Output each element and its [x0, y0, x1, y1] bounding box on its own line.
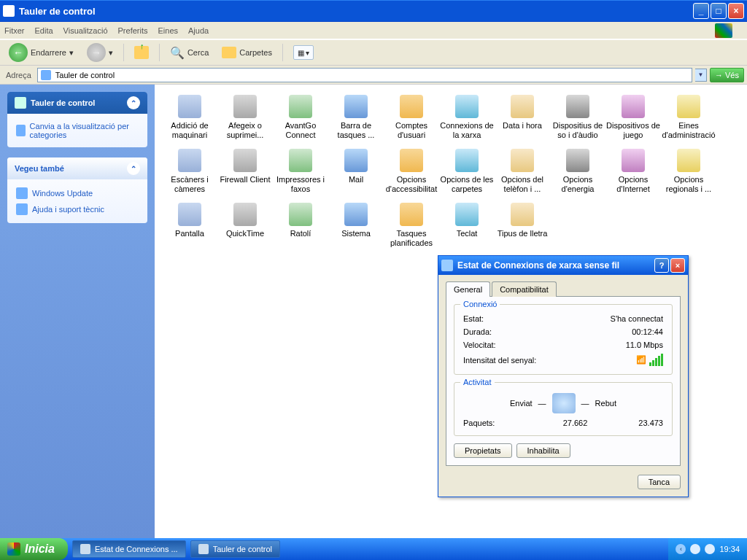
help-icon [16, 203, 28, 215]
views-button[interactable]: ▦ ▾ [289, 44, 318, 61]
cp-item-label: Opcions regionals i ... [662, 175, 716, 194]
control-panel-item[interactable]: Dispositivos de juego [605, 95, 661, 140]
properties-button[interactable]: Propietats [454, 443, 512, 458]
dialog-close-button-bottom[interactable]: Tanca [638, 475, 681, 489]
tab-general[interactable]: General [446, 281, 490, 297]
control-panel-item[interactable]: Tipus de lletra [495, 203, 550, 248]
control-panel-item[interactable]: Afegeix o suprimei... [217, 95, 273, 140]
tab-compat[interactable]: Compatibilitat [492, 281, 557, 297]
tray-expand-button[interactable]: ‹ [676, 544, 686, 554]
control-panel-item[interactable]: Addició de maquinari [162, 95, 217, 140]
address-field[interactable]: Tauler de control [37, 68, 692, 82]
control-panel-item[interactable]: Comptes d'usuari [384, 95, 439, 140]
control-panel-item[interactable]: Tasques planificades [384, 203, 439, 248]
switch-view-icon [16, 125, 26, 136]
close-button[interactable]: × [728, 3, 744, 19]
sidebar-panel-header[interactable]: Vegeu també ⌃ [7, 158, 147, 179]
cp-item-icon [289, 149, 312, 172]
control-panel-item[interactable]: Eines d'administració [661, 95, 716, 140]
cp-item-icon [566, 149, 589, 172]
control-panel-item[interactable]: Connexions de la xarxa [439, 95, 495, 140]
tray-icon[interactable] [690, 544, 700, 554]
cp-item-icon [677, 149, 700, 172]
cp-item-icon [344, 203, 368, 226]
system-tray: ‹ 19:34 [668, 538, 747, 560]
cp-item-icon [289, 203, 312, 226]
disable-button[interactable]: Inhabilita [516, 443, 570, 458]
sidebar-panel-header[interactable]: Tauler de control ⌃ [7, 92, 147, 114]
control-panel-item[interactable]: QuickTime [217, 203, 273, 248]
cp-item-icon [233, 95, 257, 118]
tray-icon[interactable] [705, 544, 715, 554]
antenna-icon: 📶 [636, 355, 646, 365]
cp-item-label: Opcions d'accessibilitat [384, 175, 438, 194]
search-button[interactable]: 🔍Cerca [166, 44, 213, 61]
cp-item-label: Teclat [457, 229, 478, 238]
control-panel-item[interactable]: Opcions d'energia [550, 149, 605, 194]
control-panel-item[interactable]: Opcions del telèfon i ... [495, 149, 550, 194]
window-titlebar: Tauler de control _ □ × [0, 0, 747, 22]
cp-item-icon [400, 203, 423, 226]
windows-logo-icon [715, 23, 732, 38]
go-button[interactable]: → Vés [710, 68, 744, 82]
control-panel-item[interactable]: Escàners i càmeres [162, 149, 217, 194]
control-panel-icon [41, 70, 51, 80]
control-panel-item[interactable]: Opcions regionals i ... [661, 149, 716, 194]
cp-item-label: Pantalla [175, 229, 204, 238]
control-panel-item[interactable]: Impressores i faxos [273, 149, 328, 194]
control-panel-item[interactable]: Data i hora [495, 95, 550, 140]
cp-item-label: Opcions de les carpetes [440, 175, 494, 194]
sidebar-panel-control: Tauler de control ⌃ Canvia a la visualit… [7, 92, 147, 147]
state-label: Estat: [463, 314, 484, 323]
menu-view[interactable]: Visualització [63, 26, 108, 35]
address-dropdown[interactable]: ▼ [695, 69, 707, 82]
back-button[interactable]: ←Endarrere ▾ [4, 42, 78, 63]
menu-file[interactable]: Fitxer [4, 26, 25, 35]
control-panel-item[interactable]: Mail [328, 149, 384, 194]
control-panel-item[interactable]: AvantGo Connect [273, 95, 328, 140]
minimize-button[interactable]: _ [693, 3, 709, 19]
forward-button[interactable]: → ▾ [82, 42, 117, 63]
control-panel-item[interactable]: Barra de tasques ... [328, 95, 384, 140]
cp-item-icon [511, 95, 534, 118]
help-support-link[interactable]: Ajuda i suport tècnic [16, 201, 139, 217]
cp-item-label: Eines d'administració [662, 121, 716, 140]
start-button[interactable]: Inicia [0, 538, 68, 560]
control-panel-item[interactable]: Firewall Client [217, 149, 273, 194]
control-panel-item[interactable]: Opcions d'accessibilitat [384, 149, 439, 194]
folders-button[interactable]: Carpetes [217, 45, 276, 60]
dialog-close-button[interactable]: × [670, 258, 685, 273]
control-panel-item[interactable]: Ratolí [273, 203, 328, 248]
taskbar-item[interactable]: Tauler de control [190, 540, 280, 558]
control-panel-item[interactable]: Teclat [439, 203, 495, 248]
control-panel-item[interactable]: Pantalla [162, 203, 217, 248]
packets-recv: 23.473 [638, 419, 663, 427]
menu-favorites[interactable]: Preferits [118, 26, 148, 35]
control-panel-item[interactable]: Dispositius de so i d'àudio [550, 95, 605, 140]
address-bar: Adreça Tauler de control ▼ → Vés [0, 66, 747, 85]
cp-item-icon [178, 203, 201, 226]
toolbar: ←Endarrere ▾ → ▾ 🔍Cerca Carpetes ▦ ▾ [0, 39, 747, 66]
taskbar-item[interactable]: Estat de Connexions ... [72, 540, 186, 558]
cp-item-icon [455, 149, 479, 172]
cp-item-icon [622, 95, 645, 118]
signal-label: Intensitat del senyal: [463, 356, 536, 365]
control-panel-item[interactable]: Sistema [328, 203, 384, 248]
menu-help[interactable]: Ajuda [188, 26, 209, 35]
globe-icon [16, 187, 28, 199]
switch-category-view-link[interactable]: Canvia a la visualització per categories [16, 120, 139, 141]
cp-item-icon [233, 203, 257, 226]
control-panel-item[interactable]: Opcions d'Internet [605, 149, 661, 194]
sidebar-panel-seealso: Vegeu també ⌃ Windows Update Ajuda i sup… [7, 158, 147, 223]
menu-tools[interactable]: Eines [158, 26, 179, 35]
search-icon: 🔍 [170, 46, 185, 60]
windows-update-link[interactable]: Windows Update [16, 185, 139, 201]
folder-icon [222, 47, 236, 58]
maximize-button[interactable]: □ [711, 3, 727, 19]
dialog-help-button[interactable]: ? [654, 258, 669, 273]
cp-item-label: Ratolí [290, 229, 311, 238]
control-panel-item[interactable]: Opcions de les carpetes [439, 149, 495, 194]
menu-edit[interactable]: Edita [35, 26, 53, 35]
recv-label: Rebut [595, 399, 616, 408]
up-button[interactable] [130, 44, 153, 61]
